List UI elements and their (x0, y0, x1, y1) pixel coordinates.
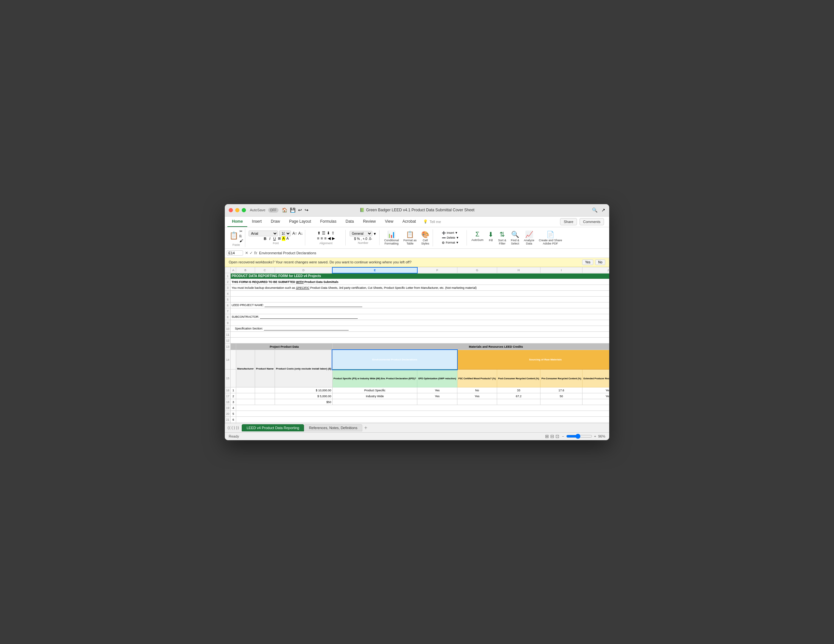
decimal-decrease-button[interactable]: .0- (368, 237, 372, 240)
cell-styles-button[interactable]: 🎨 CellStyles (420, 230, 431, 246)
cell-a5[interactable] (231, 297, 609, 302)
cell-post-consumer-2[interactable]: 67.2 (497, 393, 540, 399)
cell-ext-producer-2[interactable]: Yes (582, 393, 609, 399)
bold-button[interactable]: B (263, 236, 267, 241)
share-button[interactable]: Share (560, 218, 577, 225)
cell-fsc-1[interactable]: No (457, 387, 497, 393)
cell-cost-3[interactable]: $50 (275, 399, 332, 405)
tab-page-layout[interactable]: Page Layout (284, 216, 315, 227)
font-size-select[interactable]: 10 (279, 231, 291, 236)
align-center-button[interactable]: ≡ (320, 236, 323, 241)
cell-ext-producer-3[interactable] (582, 399, 609, 405)
cell-a7[interactable] (231, 308, 609, 314)
cell-product-name-2[interactable] (255, 393, 275, 399)
tab-review[interactable]: Review (358, 216, 380, 227)
search-icon[interactable]: 🔍 (592, 207, 598, 213)
page-layout-view-button[interactable]: ⊟ (550, 434, 554, 439)
sum-button[interactable]: Σ AutoSum (470, 230, 485, 246)
cell-product-name-3[interactable] (255, 399, 275, 405)
zoom-out-button[interactable]: − (562, 434, 564, 438)
number-format-dropdown[interactable]: ▼ (373, 232, 377, 236)
home-icon[interactable]: 🏠 (282, 207, 287, 213)
add-sheet-button[interactable]: + (362, 425, 369, 431)
cell-manufacturer-1[interactable] (236, 387, 255, 393)
tab-data[interactable]: Data (341, 216, 358, 227)
zoom-in-button[interactable]: + (594, 434, 596, 438)
pre-consumer-col-header[interactable]: Pre-Consumer Recycled Content (%) (540, 370, 582, 387)
cell-seq-3[interactable]: 3 (231, 399, 236, 405)
cell-ext-producer-1[interactable]: Yes (582, 387, 609, 393)
cell-post-consumer-3[interactable] (497, 399, 540, 405)
redo-icon[interactable]: ↪ (305, 207, 309, 213)
comments-button[interactable]: Comments (580, 218, 604, 225)
cell-epd-opt-3[interactable] (417, 399, 457, 405)
tab-home[interactable]: Home (227, 216, 247, 227)
wrap-text-button[interactable]: ⇧ (331, 231, 335, 236)
underline-button[interactable]: U (272, 236, 277, 241)
fsc-col-header[interactable]: FSC Certified Wood Products? (%) (457, 370, 497, 387)
cell-epd-opt-2[interactable]: Yes (417, 393, 457, 399)
tab-view[interactable]: View (380, 216, 398, 227)
yes-button[interactable]: Yes (582, 260, 593, 265)
cell-a10[interactable]: Specification Section: (231, 326, 609, 332)
materials-resources-header[interactable]: Materials and Resources LEED Credits (332, 344, 609, 350)
tab-nav-last[interactable]: ⟩⟩ (236, 426, 239, 430)
tell-me-text[interactable]: Tell me (430, 220, 441, 224)
post-consumer-col-header[interactable]: Post-Consumer Recycled Content (%) (497, 370, 540, 387)
decimal-increase-button[interactable]: +.0 (363, 237, 367, 240)
tab-insert[interactable]: Insert (247, 216, 266, 227)
tab-draw[interactable]: Draw (266, 216, 284, 227)
cell-a3[interactable]: You must include backup documentation su… (231, 285, 609, 291)
inactive-sheet-tab-0[interactable]: References, Notes, Definitions (304, 424, 362, 431)
autosave-toggle[interactable]: OFF (268, 208, 278, 213)
find-select-button[interactable]: 🔍 Find &Select (509, 230, 520, 246)
project-product-data-header[interactable]: Project Product Data (236, 344, 333, 350)
increase-font-button[interactable]: A↑ (292, 231, 297, 236)
undo-icon[interactable]: ↩ (298, 207, 302, 213)
epd-opt-col-header[interactable]: EPD Optimization (GWP reduction) (417, 370, 457, 387)
cell-post-consumer-1[interactable]: 33 (497, 387, 540, 393)
indent-decrease-button[interactable]: ◀ (327, 236, 331, 241)
product-costs-header[interactable]: Product Costs (only exclude install labo… (275, 350, 332, 387)
formula-input[interactable] (259, 251, 607, 255)
cell-product-name-1[interactable] (255, 387, 275, 393)
copy-button[interactable]: ⎘ (239, 234, 243, 238)
align-bottom-button[interactable]: ⬇ (326, 231, 330, 236)
cell-pre-consumer-1[interactable]: 17.6 (540, 387, 582, 393)
delete-cells-button[interactable]: ➖ Delete ▼ (441, 236, 459, 240)
cell-pre-consumer-3[interactable] (540, 399, 582, 405)
number-format-select[interactable]: General Number Currency Accounting Perce… (349, 231, 372, 236)
cell-pre-consumer-2[interactable]: 50 (540, 393, 582, 399)
close-button[interactable] (229, 208, 233, 212)
cell-epd-opt-1[interactable]: Yes (417, 387, 457, 393)
active-sheet-tab[interactable]: LEED v4 Product Data Reporting (242, 424, 304, 431)
cell-a11[interactable] (231, 332, 609, 337)
align-top-button[interactable]: ⬆ (317, 231, 321, 236)
cell-reference-input[interactable] (227, 250, 243, 256)
italic-button[interactable]: I (268, 236, 272, 241)
cell-epd-type-3[interactable] (332, 399, 417, 405)
normal-view-button[interactable]: ⊞ (545, 434, 549, 439)
extended-producer-col-header[interactable]: Extended Producer Responsibility ? (Yes/… (582, 370, 609, 387)
tab-nav-first[interactable]: ⟨⟨ (227, 426, 231, 430)
cancel-formula-button[interactable]: ✕ (245, 251, 248, 255)
env-declarations-header[interactable]: Environmental Product Declarations (332, 350, 457, 370)
cell-seq-2[interactable]: 2 (231, 393, 236, 399)
epd-type-col-header[interactable]: Product Specific (PS) or Industry Wide (… (332, 370, 417, 387)
cell-fsc-2[interactable]: Yes (457, 393, 497, 399)
cell-a2[interactable]: THIS FORM IS REQUIRED TO BE SUBMITTED WI… (231, 279, 609, 285)
cell-a12[interactable] (231, 337, 609, 344)
manufacturer-header[interactable]: Manufacturer (236, 350, 255, 387)
comma-button[interactable]: , (360, 237, 362, 240)
format-cells-button[interactable]: ⚙ Format ▼ (441, 240, 459, 245)
save-icon[interactable]: 💾 (290, 207, 296, 213)
cut-button[interactable]: ✂ (239, 229, 243, 234)
font-color-button[interactable]: A (286, 236, 289, 241)
page-break-view-button[interactable]: ⊡ (556, 434, 559, 439)
insert-cells-button[interactable]: ➕ Insert ▼ (441, 231, 459, 235)
insert-function-button[interactable]: fx (254, 251, 257, 255)
sort-filter-button[interactable]: ⇅ Sort &Filter (497, 230, 508, 246)
analyze-data-button[interactable]: 📈 AnalyzeData (522, 230, 536, 246)
cell-manufacturer-2[interactable] (236, 393, 255, 399)
cell-a13[interactable] (231, 344, 236, 350)
